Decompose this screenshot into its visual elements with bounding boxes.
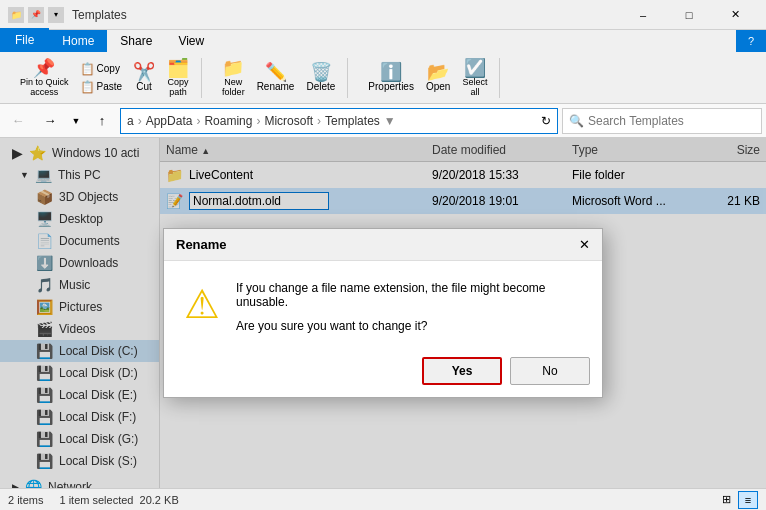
ribbon-tabs: File Home Share View ? bbox=[0, 30, 766, 52]
open-btn[interactable]: 📂 Open bbox=[422, 61, 454, 94]
pin-icon: 📌 bbox=[28, 7, 44, 23]
selected-info: 1 item selected 20.2 KB bbox=[59, 494, 178, 506]
tab-file[interactable]: File bbox=[0, 28, 49, 52]
tab-view[interactable]: View bbox=[165, 30, 217, 52]
item-count: 2 items bbox=[8, 494, 43, 506]
breadcrumb-templates[interactable]: Templates bbox=[325, 114, 380, 128]
rename-btn[interactable]: ✏️ Rename bbox=[253, 61, 299, 94]
close-button[interactable]: ✕ bbox=[712, 0, 758, 30]
copy-path-btn[interactable]: 🗂️ Copypath bbox=[163, 57, 193, 99]
open-section: ℹ️ Properties 📂 Open ☑️ Selectall bbox=[356, 58, 500, 98]
dialog-body: ⚠ If you change a file name extension, t… bbox=[164, 261, 602, 349]
pin-to-quick-access-btn[interactable]: 📌 Pin to Quickaccess bbox=[16, 57, 73, 99]
warning-icon: ⚠ bbox=[184, 281, 220, 327]
ribbon-bar: 📌 Pin to Quickaccess 📋Copy 📋Paste ✂️ Cut… bbox=[0, 52, 766, 104]
dialog-text-block: If you change a file name extension, the… bbox=[236, 281, 582, 333]
new-folder-btn[interactable]: 📁 Newfolder bbox=[218, 57, 249, 99]
status-bar: 2 items 1 item selected 20.2 KB ⊞ ≡ bbox=[0, 488, 766, 510]
rename-dialog: Rename ✕ ⚠ If you change a file name ext… bbox=[163, 228, 603, 398]
nav-bar: ← → ▼ ↑ a › AppData › Roaming › Microsof… bbox=[0, 104, 766, 138]
help-button[interactable]: ? bbox=[736, 30, 766, 52]
refresh-button[interactable]: ↻ bbox=[541, 114, 551, 128]
maximize-button[interactable]: □ bbox=[666, 0, 712, 30]
select-all-btn[interactable]: ☑️ Selectall bbox=[458, 57, 491, 99]
view-controls: ⊞ ≡ bbox=[716, 491, 758, 509]
breadcrumb-microsoft[interactable]: Microsoft bbox=[264, 114, 313, 128]
organize-section: 📁 Newfolder ✏️ Rename 🗑️ Delete bbox=[210, 58, 348, 98]
dialog-overlay: Rename ✕ ⚠ If you change a file name ext… bbox=[0, 138, 766, 488]
dialog-close-button[interactable]: ✕ bbox=[579, 237, 590, 252]
list-view-button[interactable]: ≡ bbox=[738, 491, 758, 509]
back-button[interactable]: ← bbox=[4, 108, 32, 134]
copy-btn[interactable]: 📋Copy bbox=[77, 61, 126, 77]
minimize-button[interactable]: – bbox=[620, 0, 666, 30]
yes-button[interactable]: Yes bbox=[422, 357, 502, 385]
grid-view-button[interactable]: ⊞ bbox=[716, 491, 736, 509]
window-title: Templates bbox=[72, 8, 620, 22]
title-bar: 📁 📌 ▾ Templates – □ ✕ bbox=[0, 0, 766, 30]
move-to-btn[interactable]: ✂️ Cut bbox=[129, 61, 159, 94]
folder-icon: 📁 bbox=[8, 7, 24, 23]
breadcrumb-appdata[interactable]: AppData bbox=[146, 114, 193, 128]
clipboard-section: 📌 Pin to Quickaccess 📋Copy 📋Paste ✂️ Cut… bbox=[8, 58, 202, 98]
dialog-buttons: Yes No bbox=[164, 349, 602, 397]
breadcrumb-root[interactable]: a bbox=[127, 114, 134, 128]
down-icon: ▾ bbox=[48, 7, 64, 23]
dialog-title-bar: Rename ✕ bbox=[164, 229, 602, 261]
search-icon: 🔍 bbox=[569, 114, 584, 128]
main-area: ▶ ⭐ Windows 10 acti ▼ 💻 This PC 📦 3D Obj… bbox=[0, 138, 766, 488]
dialog-content: ⚠ If you change a file name extension, t… bbox=[184, 281, 582, 333]
tab-share[interactable]: Share bbox=[107, 30, 165, 52]
dialog-line1: If you change a file name extension, the… bbox=[236, 281, 582, 309]
recent-locations-button[interactable]: ▼ bbox=[68, 108, 84, 134]
address-bar[interactable]: a › AppData › Roaming › Microsoft › Temp… bbox=[120, 108, 558, 134]
no-button[interactable]: No bbox=[510, 357, 590, 385]
window-controls: – □ ✕ bbox=[620, 0, 758, 30]
forward-button[interactable]: → bbox=[36, 108, 64, 134]
title-bar-icons: 📁 📌 ▾ bbox=[8, 7, 64, 23]
up-button[interactable]: ↑ bbox=[88, 108, 116, 134]
dialog-title: Rename bbox=[176, 237, 227, 252]
tab-home[interactable]: Home bbox=[49, 30, 107, 52]
delete-btn[interactable]: 🗑️ Delete bbox=[302, 61, 339, 94]
dialog-line2: Are you sure you want to change it? bbox=[236, 319, 582, 333]
paste-btn[interactable]: 📋Paste bbox=[77, 79, 126, 95]
search-input[interactable] bbox=[588, 114, 755, 128]
search-box[interactable]: 🔍 bbox=[562, 108, 762, 134]
breadcrumb-roaming[interactable]: Roaming bbox=[204, 114, 252, 128]
properties-btn[interactable]: ℹ️ Properties bbox=[364, 61, 418, 94]
